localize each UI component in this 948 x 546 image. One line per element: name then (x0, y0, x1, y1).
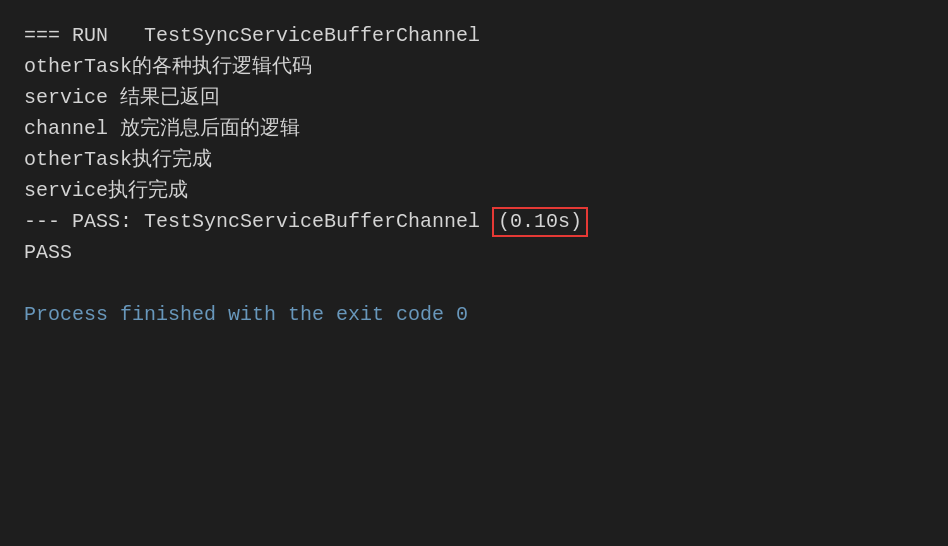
service-result-line: service 结果已返回 (24, 82, 924, 113)
pass-final-line: PASS (24, 237, 924, 268)
run-line: === RUN TestSyncServiceBufferChannel (24, 20, 924, 51)
pass-prefix: --- PASS: TestSyncServiceBufferChannel (24, 206, 492, 237)
service-done-line: service执行完成 (24, 175, 924, 206)
process-finished-line: Process finished with the exit code 0 (24, 299, 924, 330)
other-task-line: otherTask的各种执行逻辑代码 (24, 51, 924, 82)
empty-line-1 (24, 268, 924, 299)
time-badge: (0.10s) (492, 207, 588, 237)
pass-result-line: --- PASS: TestSyncServiceBufferChannel (… (24, 206, 924, 237)
other-task-done-line: otherTask执行完成 (24, 144, 924, 175)
terminal-output: === RUN TestSyncServiceBufferChannel oth… (0, 0, 948, 546)
channel-line: channel 放完消息后面的逻辑 (24, 113, 924, 144)
